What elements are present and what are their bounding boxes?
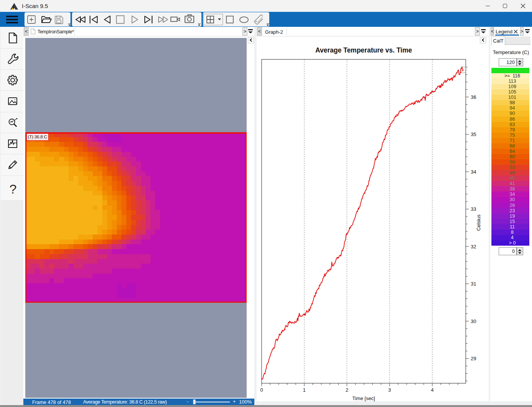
svg-text:29: 29 (471, 356, 476, 361)
svg-text:35: 35 (471, 131, 476, 137)
svg-text:Average Temperature vs. Time: Average Temperature vs. Time (315, 46, 412, 54)
svg-text:Celsius: Celsius (476, 214, 481, 231)
svg-text:34: 34 (471, 169, 476, 175)
svg-text:32: 32 (471, 244, 476, 249)
svg-text:2: 2 (345, 387, 348, 393)
svg-text:33: 33 (471, 206, 476, 212)
svg-text:30: 30 (471, 318, 476, 324)
svg-text:Time [sec]: Time [sec] (352, 396, 375, 401)
svg-text:4: 4 (431, 387, 434, 393)
svg-text:0: 0 (260, 387, 263, 393)
svg-text:31: 31 (471, 281, 476, 287)
svg-text:3: 3 (388, 387, 391, 393)
svg-text:1: 1 (303, 387, 306, 393)
svg-text:36: 36 (471, 94, 476, 100)
